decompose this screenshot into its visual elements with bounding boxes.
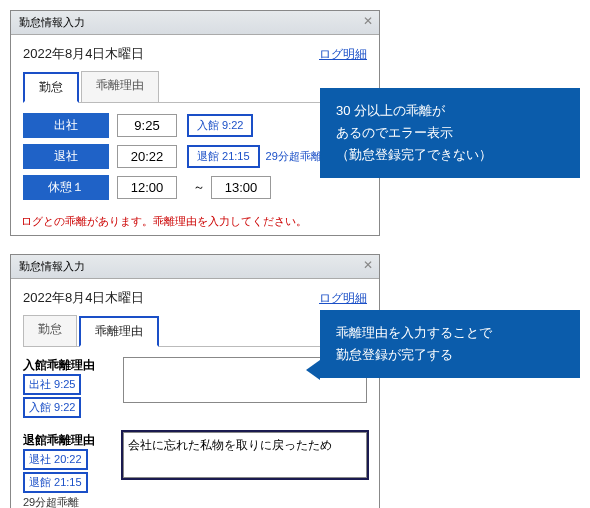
titlebar: 勤怠情報入力 ✕: [11, 255, 379, 279]
break1-from-input[interactable]: 12:00: [117, 176, 177, 199]
enter-badge: 入館 9:22: [187, 114, 253, 137]
dialog-title: 勤怠情報入力: [19, 260, 85, 272]
tab-reason[interactable]: 乖離理由: [81, 71, 159, 102]
callout-error-explain: 30 分以上の乖離が あるのでエラー表示 （勤怠登録完了できない）: [320, 88, 580, 178]
leave-badge: 退社 20:22: [23, 449, 88, 470]
callout-line: 乖離理由を入力することで: [336, 322, 564, 344]
dialog-title: 勤怠情報入力: [19, 16, 85, 28]
gap-text: 29分超乖離: [23, 496, 79, 508]
tab-bar: 勤怠 乖離理由: [23, 315, 367, 347]
log-detail-link[interactable]: ログ明細: [319, 46, 367, 63]
enter-reason-label: 入館乖離理由: [23, 357, 123, 374]
arrive-time-input[interactable]: 9:25: [117, 114, 177, 137]
exit-badge: 退館 21:15: [23, 472, 88, 493]
tilde: ～: [193, 179, 205, 196]
break1-label: 休憩１: [23, 175, 109, 200]
gap-text: 29分超乖離: [266, 149, 322, 164]
date-label: 2022年8月4日木曜日: [23, 289, 144, 307]
row-leave: 退社 20:22 退館 21:15 29分超乖離: [23, 144, 367, 169]
dialog-reason-entry: 勤怠情報入力 ✕ 2022年8月4日木曜日 ログ明細 勤怠 乖離理由 入館乖離理…: [10, 254, 380, 508]
exit-reason-section: 退館乖離理由 退社 20:22 退館 21:15 29分超乖離 会社に忘れた私物…: [23, 432, 367, 508]
close-icon[interactable]: ✕: [363, 258, 373, 272]
close-icon[interactable]: ✕: [363, 14, 373, 28]
date-label: 2022年8月4日木曜日: [23, 45, 144, 63]
tab-reason[interactable]: 乖離理由: [79, 316, 159, 347]
arrive-badge: 出社 9:25: [23, 374, 81, 395]
callout-line: 勤怠登録が完了する: [336, 344, 564, 366]
titlebar: 勤怠情報入力 ✕: [11, 11, 379, 35]
callout-line: （勤怠登録完了できない）: [336, 144, 564, 166]
exit-badge: 退館 21:15: [187, 145, 260, 168]
callout-line: あるのでエラー表示: [336, 122, 564, 144]
leave-label: 退社: [23, 144, 109, 169]
row-break1: 休憩１ 12:00 ～ 13:00: [23, 175, 367, 200]
tab-kintai[interactable]: 勤怠: [23, 315, 77, 346]
callout-reason-explain: 乖離理由を入力することで 勤怠登録が完了する: [320, 310, 580, 378]
tab-bar: 勤怠 乖離理由: [23, 71, 367, 103]
exit-reason-input[interactable]: 会社に忘れた私物を取りに戻ったため: [123, 432, 367, 478]
row-arrive: 出社 9:25 入館 9:22: [23, 113, 367, 138]
enter-badge: 入館 9:22: [23, 397, 81, 418]
exit-reason-label: 退館乖離理由: [23, 432, 123, 449]
leave-time-input[interactable]: 20:22: [117, 145, 177, 168]
tab-kintai[interactable]: 勤怠: [23, 72, 79, 103]
error-message: ログとの乖離があります。乖離理由を入力してください。: [11, 210, 379, 235]
callout-line: 30 分以上の乖離が: [336, 100, 564, 122]
log-detail-link[interactable]: ログ明細: [319, 290, 367, 307]
arrive-label: 出社: [23, 113, 109, 138]
break1-to-input[interactable]: 13:00: [211, 176, 271, 199]
